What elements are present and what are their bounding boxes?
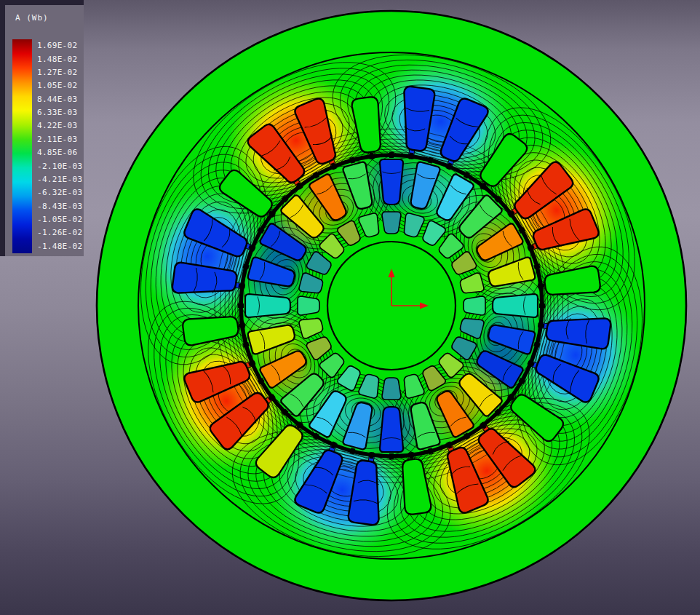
- rotor-slot: [464, 294, 538, 317]
- legend-colorbar: [12, 39, 32, 253]
- legend-value: 4.22E-03: [37, 121, 77, 131]
- rotor-slot: [245, 294, 319, 317]
- slot-nub: [389, 152, 394, 158]
- legend-value: 1.05E-02: [37, 81, 77, 91]
- slot-nub: [539, 303, 545, 308]
- legend-value: -1.48E-02: [37, 242, 82, 252]
- legend-title: A (Wb): [15, 13, 49, 23]
- legend-value: 4.85E-06: [37, 148, 77, 158]
- rotor-slot: [380, 159, 403, 234]
- legend-value: -1.26E-02: [37, 228, 82, 238]
- legend-value: 1.27E-02: [37, 68, 77, 78]
- legend-value: -4.21E-03: [37, 175, 82, 185]
- legend-value: -2.10E-03: [37, 162, 82, 172]
- slot-nub: [389, 453, 394, 459]
- legend-value: -1.05E-02: [37, 215, 82, 225]
- legend-panel[interactable]: A (Wb) 1.69E-021.48E-021.27E-021.05E-028…: [0, 0, 84, 256]
- maxwell-viewport: A (Wb) 1.69E-021.48E-021.27E-021.05E-028…: [0, 0, 700, 615]
- legend-value: -6.32E-03: [37, 188, 82, 198]
- slot-nub: [238, 303, 244, 308]
- rotor-slot: [380, 378, 403, 452]
- legend-value: 8.44E-03: [37, 95, 77, 105]
- field-plot[interactable]: [0, 0, 700, 615]
- legend-value: -8.43E-03: [37, 202, 82, 212]
- legend-value: 2.11E-03: [37, 135, 77, 145]
- legend-value: 1.48E-02: [37, 55, 77, 65]
- legend-value: 6.33E-03: [37, 108, 77, 118]
- legend-value: 1.69E-02: [37, 41, 77, 51]
